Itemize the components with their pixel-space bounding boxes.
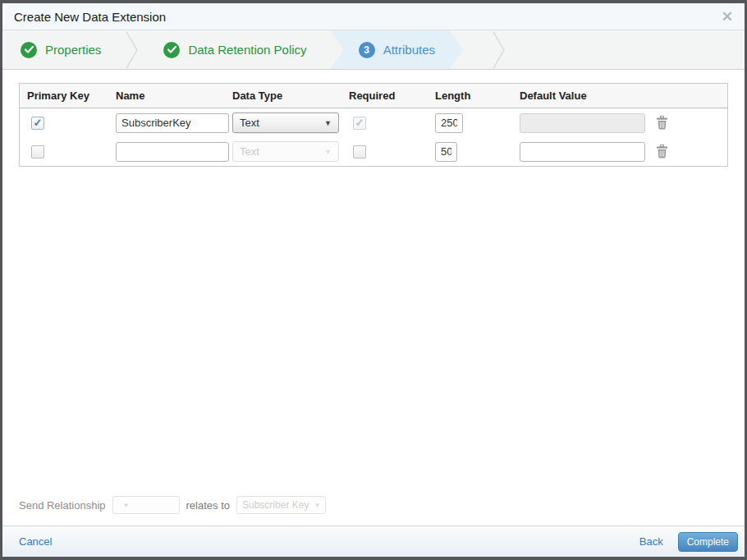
dialog-footer: Cancel Back Complete [2, 526, 745, 557]
column-header-name: Name [108, 84, 225, 108]
table-cell: ✓ [341, 108, 428, 137]
table-cell [645, 137, 727, 166]
chevron-down-icon: ▼ [324, 148, 332, 156]
send-relationship-label: Send Relationship [19, 499, 106, 512]
step-label: Data Retention Policy [188, 43, 306, 57]
step-separator [126, 30, 139, 69]
table-row: ✓ [20, 108, 108, 137]
relates-to-selected-value: Subscriber Key [242, 499, 309, 511]
wizard-stepper: Properties Data Retention Policy 3 Attri… [2, 30, 745, 70]
step-properties[interactable]: Properties [2, 30, 126, 69]
attribute-name-input[interactable] [116, 113, 229, 133]
column-header-primary-key: Primary Key [20, 84, 108, 108]
chevron-down-icon: ▼ [324, 119, 332, 127]
data-type-selected-value: Text [240, 145, 259, 158]
primary-key-checkbox[interactable]: ✓ [31, 117, 44, 130]
column-header-length: Length [428, 84, 512, 108]
table-cell [428, 137, 512, 166]
step-number-badge: 3 [359, 42, 375, 58]
check-circle-icon [21, 42, 37, 58]
table-cell [428, 108, 512, 137]
step-data-retention-policy[interactable]: Data Retention Policy [139, 30, 331, 69]
delete-row-icon[interactable] [656, 116, 668, 130]
column-header-actions [645, 84, 727, 108]
relates-to-label: relates to [186, 499, 230, 512]
close-icon[interactable]: ✕ [722, 10, 733, 24]
data-type-select: Text ▼ [232, 141, 339, 162]
delete-row-icon[interactable] [656, 145, 668, 158]
column-header-data-type: Data Type [225, 84, 341, 108]
step-attributes[interactable]: 3 Attributes [331, 30, 463, 69]
attributes-table: Primary Key Name Data Type Required Leng… [19, 83, 728, 167]
data-type-selected-value: Text [240, 117, 259, 129]
send-relationship-row: Send Relationship ▼ relates to Subscribe… [19, 496, 728, 514]
column-header-default-value: Default Value [512, 84, 645, 108]
table-row [20, 137, 108, 166]
length-input[interactable] [435, 142, 457, 162]
column-header-required: Required [341, 84, 428, 108]
data-type-select[interactable]: Text ▼ [232, 112, 339, 133]
table-cell [341, 137, 428, 166]
step-label: Attributes [383, 43, 435, 57]
relates-to-field-select: Subscriber Key ▼ [236, 496, 326, 514]
table-cell [108, 137, 225, 166]
send-relationship-field-select: ▼ [112, 496, 180, 514]
primary-key-checkbox[interactable] [31, 145, 44, 158]
check-circle-icon [163, 42, 180, 58]
table-cell [512, 137, 645, 166]
dialog-content: Primary Key Name Data Type Required Leng… [2, 70, 745, 526]
step-separator [493, 30, 506, 69]
complete-button[interactable]: Complete [678, 532, 738, 552]
attribute-name-input[interactable] [116, 142, 229, 162]
default-value-input [520, 113, 645, 133]
dialog-title: Create New Data Extension [14, 10, 166, 24]
table-cell [645, 108, 727, 137]
back-link[interactable]: Back [639, 535, 663, 548]
cancel-link[interactable]: Cancel [19, 535, 52, 548]
step-label: Properties [45, 43, 101, 57]
table-cell [512, 108, 645, 137]
create-data-extension-dialog: Create New Data Extension ✕ Properties D… [0, 0, 747, 560]
content-spacer [19, 167, 728, 496]
dialog-titlebar: Create New Data Extension ✕ [2, 3, 745, 30]
table-cell [108, 108, 225, 137]
required-checkbox[interactable] [353, 145, 366, 158]
chevron-down-icon: ▼ [314, 502, 320, 509]
table-cell: Text ▼ [225, 137, 341, 166]
chevron-down-icon: ▼ [123, 502, 130, 509]
table-cell: Text ▼ [225, 108, 341, 137]
length-input[interactable] [435, 113, 463, 133]
required-checkbox: ✓ [353, 117, 366, 130]
default-value-input[interactable] [520, 142, 645, 162]
